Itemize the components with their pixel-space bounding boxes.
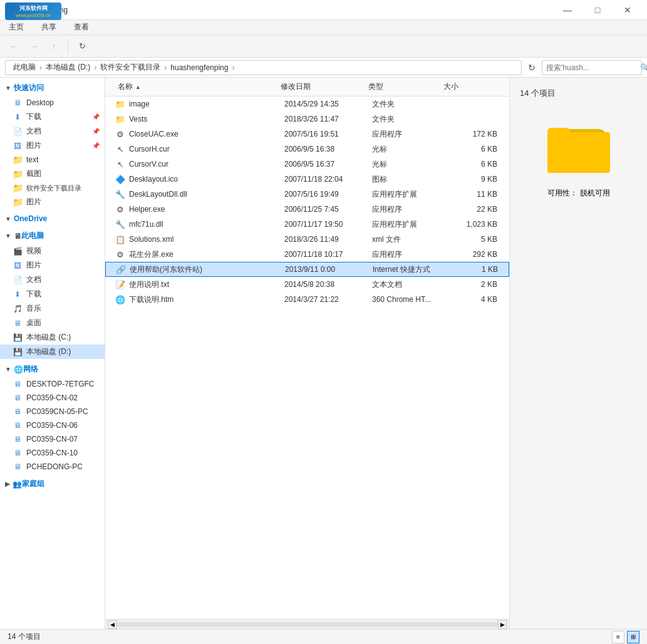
file-icon: 📋 [115,234,125,244]
pin-icon-pic: 📌 [92,142,100,149]
file-type: 文件夹 [372,99,447,110]
maximize-button[interactable]: □ [583,1,612,19]
file-size: 4 KB [447,295,497,304]
minimize-button[interactable]: — [553,1,582,19]
path-software-dir[interactable]: 软件安全下载目录 [98,61,163,74]
file-icon: 🔧 [115,189,125,199]
file-name: DeskLayoutDll.dll [129,190,284,199]
sidebar-item-pc-desktop[interactable]: 🖥 桌面 [0,316,105,330]
network-header[interactable]: ▼ 🌐 网络 [0,361,105,377]
folder-preview-front [547,132,610,173]
file-date: 2018/3/26 11:49 [284,235,372,244]
sidebar-item-pc0359-07[interactable]: 🖥 PC0359-CN-07 [0,432,105,446]
sidebar-item-pictures[interactable]: 🖼 图片 📌 [0,138,105,153]
network-arrow: ▼ [5,366,11,373]
sidebar-item-doc[interactable]: 📄 文档 📌 [0,124,105,138]
col-header-date[interactable]: 修改日期 [278,80,366,93]
sidebar-item-pc-download[interactable]: ⬇ 下载 [0,287,105,301]
file-row[interactable]: ⚙ CloseUAC.exe 2007/5/16 19:51 应用程序 172 … [105,127,509,142]
refresh-button[interactable]: ↻ [73,38,91,55]
sidebar-item-video[interactable]: 🎬 视频 [0,244,105,258]
menu-view[interactable]: 查看 [70,21,93,34]
sidebar-item-drive-d[interactable]: 💾 本地磁盘 (D:) [0,345,105,359]
sidebar-item-music[interactable]: 🎵 音乐 [0,301,105,316]
up-button[interactable]: ↑ [45,38,63,55]
sidebar-item-pictures-label: 图片 [26,140,41,151]
col-header-name[interactable]: 名称 ▲ [115,80,278,93]
menu-home[interactable]: 主页 [5,21,28,34]
quick-access-header[interactable]: ▼ 快速访问 [0,80,105,96]
sidebar-item-pc0359-10-label: PC0359-CN-10 [26,449,78,457]
search-box[interactable]: 🔍 [542,60,642,75]
file-row[interactable]: 📁 Vests 2018/3/26 11:47 文件夹 [105,112,509,127]
sort-arrow-name: ▲ [135,84,141,90]
file-row[interactable]: 📝 使用说明.txt 2014/5/8 20:38 文本文档 2 KB [105,277,509,292]
sidebar-item-pc0359-02[interactable]: 🖥 PC0359-CN-02 [0,391,105,405]
file-row[interactable]: 📁 image 2014/5/29 14:35 文件夹 [105,96,509,112]
path-huasheng[interactable]: huashengfenping [168,62,230,73]
path-sep-2: › [94,63,96,72]
sidebar-item-desktop7[interactable]: 🖥 DESKTOP-7ETGFC [0,377,105,391]
sidebar-item-music-label: 音乐 [26,303,41,314]
sidebar-item-software-dir[interactable]: 📁 软件安全下载目录 [0,181,105,195]
back-button[interactable]: ← [5,38,23,55]
col-header-size[interactable]: 大小 [441,80,491,93]
toolbar: ← → ↑ ↻ [0,35,647,58]
sidebar-item-text[interactable]: 📁 text [0,153,105,167]
forward-button[interactable]: → [25,38,43,55]
file-row[interactable]: 📋 Solutions.xml 2018/3/26 11:49 xml 文件 5… [105,232,509,247]
sidebar-item-pc-doc[interactable]: 📄 文档 [0,273,105,287]
file-row[interactable]: 🌐 下载说明.htm 2014/3/27 21:22 360 Chrome HT… [105,292,509,307]
sidebar-item-pc0359-10[interactable]: 🖥 PC0359-CN-10 [0,446,105,460]
right-panel: 14 个项目 可用性： 脱机可用 [509,78,647,629]
file-icon: ↖ [115,159,125,169]
sidebar-item-drive-d-label: 本地磁盘 (D:) [26,346,71,357]
sidebar-item-desktop[interactable]: 🖥 Desktop [0,96,105,110]
details-view-button[interactable]: ≡ [612,631,624,643]
title-bar: 河东软件网 www.pc0359.cn huashengfenping — □ … [0,0,647,20]
file-row[interactable]: 🔗 使用帮助(河东软件站) 2013/9/11 0:00 Internet 快捷… [105,262,509,277]
this-pc-header[interactable]: ▼ 🖥 此电脑 [0,228,105,244]
address-path[interactable]: 此电脑 › 本地磁盘 (D:) › 软件安全下载目录 › huashengfen… [5,60,522,75]
sidebar-item-video-label: 视频 [26,246,41,256]
file-row[interactable]: ⚙ 花生分屏.exe 2007/11/18 10:17 应用程序 292 KB [105,247,509,262]
path-local-disk-d[interactable]: 本地磁盘 (D:) [43,61,93,74]
large-icons-view-button[interactable]: ⊞ [627,631,639,643]
search-input[interactable] [546,63,640,72]
home-group-header[interactable]: ▶ 👥 家庭组 [0,476,105,492]
path-this-pc[interactable]: 此电脑 [11,61,38,74]
sidebar-item-pc-pictures-label: 图片 [26,260,41,271]
pc-pic-icon: 🖼 [13,261,23,271]
menu-share[interactable]: 共享 [38,21,60,34]
file-type: 文件夹 [372,114,447,125]
horizontal-scrollbar[interactable]: ◀ ▶ [105,619,509,629]
sidebar-item-download[interactable]: ⬇ 下载 📌 [0,110,105,124]
scroll-right-button[interactable]: ▶ [498,620,507,629]
onedrive-header[interactable]: ▼ OneDrive [0,212,105,226]
sidebar-item-drive-c[interactable]: 💾 本地磁盘 (C:) [0,330,105,345]
file-row[interactable]: ↖ CursorV.cur 2006/9/5 16:37 光标 6 KB [105,157,509,172]
net-pc-icon-5: 🖥 [13,434,23,444]
pin-icon-doc: 📌 [92,128,100,135]
sidebar-item-pc-pictures[interactable]: 🖼 图片 [0,258,105,273]
sidebar-item-pc0359-05[interactable]: 🖥 PC0359CN-05-PC [0,405,105,418]
close-button[interactable]: ✕ [613,1,642,19]
sidebar-item-pchedong[interactable]: 🖥 PCHEDONG-PC [0,460,105,474]
download-icon: ⬇ [13,112,23,122]
path-sep-1: › [39,63,42,72]
scroll-left-button[interactable]: ◀ [108,620,116,629]
sidebar-item-pc0359-06[interactable]: 🖥 PC0359-CN-06 [0,418,105,432]
file-row[interactable]: 🔧 mfc71u.dll 2007/11/17 19:50 应用程序扩展 1,0… [105,217,509,232]
status-bar-right: ≡ ⊞ [612,631,639,643]
file-type: xml 文件 [372,234,447,245]
sidebar-item-pictures2[interactable]: 📁 图片 [0,195,105,209]
file-row[interactable]: ↖ CursorH.cur 2006/9/5 16:38 光标 6 KB [105,142,509,157]
sidebar-item-screenshot[interactable]: 📁 截图 [0,167,105,181]
file-row[interactable]: 🔧 DeskLayoutDll.dll 2007/5/16 19:49 应用程序… [105,187,509,202]
file-row[interactable]: 🔷 Desklayout.ico 2007/11/18 22:04 图标 9 K… [105,172,509,187]
col-header-type[interactable]: 类型 [366,80,441,93]
file-row[interactable]: ⚙ Helper.exe 2006/11/25 7:45 应用程序 22 KB [105,202,509,217]
drive-d-icon: 💾 [13,347,23,357]
file-date: 2014/5/29 14:35 [284,100,372,108]
address-refresh-button[interactable]: ↻ [524,60,539,75]
